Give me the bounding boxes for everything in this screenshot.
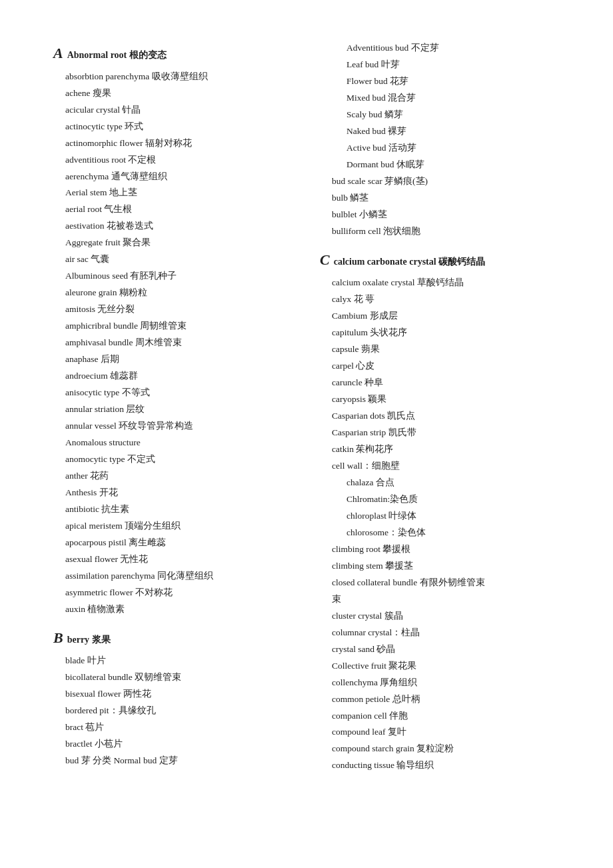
- list-item: common petiole 总叶柄: [320, 691, 560, 708]
- list-item: bisexual flower 两性花: [53, 686, 293, 703]
- list-item: Active bud 活动芽: [320, 140, 560, 157]
- list-item: compound starch grain 复粒淀粉: [320, 741, 560, 757]
- list-item: actinomorphic flower 辐射对称花: [53, 135, 293, 152]
- section-title: berry 浆果: [67, 631, 111, 649]
- list-item: assimilation parenchyma 同化薄壁组织: [53, 568, 293, 585]
- list-item: chlorosome：染色体: [320, 525, 560, 541]
- list-item: absorbtion parenchyma 吸收薄壁组织: [53, 69, 293, 85]
- list-item: cell wall：细胞壁: [320, 458, 560, 475]
- list-item: cluster crystal 簇晶: [320, 608, 560, 625]
- list-item: Flower bud 花芽: [320, 73, 560, 90]
- section-header-C: Ccalcium carbonate crystal 碳酸钙结晶: [320, 247, 560, 274]
- list-item: amphivasal bundle 周木维管束: [53, 335, 293, 351]
- list-item: chloroplast 叶绿体: [320, 508, 560, 525]
- list-item: capitulum 头状花序: [320, 325, 560, 341]
- list-item: air sac 气囊: [53, 251, 293, 268]
- section-header-B: Bberry 浆果: [53, 625, 293, 652]
- list-item: collenchyma 厚角组织: [320, 675, 560, 691]
- list-item: Aggregate fruit 聚合果: [53, 235, 293, 251]
- list-item: androecium 雄蕊群: [53, 368, 293, 385]
- list-item: bud 芽 分类 Normal bud 定芽: [53, 753, 293, 769]
- section-letter: C: [320, 247, 330, 274]
- list-item: Collective fruit 聚花果: [320, 658, 560, 675]
- list-item: crystal sand 砂晶: [320, 641, 560, 658]
- list-item: aleurone grain 糊粉粒: [53, 285, 293, 301]
- list-item: Anomalous structure: [53, 435, 293, 451]
- list-item: aestivation 花被卷迭式: [53, 218, 293, 235]
- section-header-A: AAbnormal root 根的变态: [53, 40, 293, 67]
- list-item: chalaza 合点: [320, 475, 560, 491]
- page-layout: AAbnormal root 根的变态absorbtion parenchyma…: [53, 40, 560, 774]
- list-item: auxin 植物激素: [53, 601, 293, 618]
- section-letter: B: [53, 625, 63, 652]
- list-item: Adventitious bud 不定芽: [320, 40, 560, 57]
- list-item: annular vessel 环纹导管异常构造: [53, 418, 293, 435]
- list-item: Scaly bud 鳞芽: [320, 107, 560, 123]
- list-item: closed collateral bundle 有限外韧维管束: [320, 575, 560, 591]
- list-item: caryopsis 颖果: [320, 391, 560, 408]
- list-item: asexual flower 无性花: [53, 551, 293, 568]
- list-item: catkin 茱栒花序: [320, 441, 560, 458]
- list-item: bud scale scar 芽鳞痕(茎): [320, 173, 560, 190]
- list-item: aerenchyma 通气薄壁组织: [53, 169, 293, 185]
- list-item: climbing stem 攀援茎: [320, 558, 560, 575]
- section-letter: A: [53, 40, 63, 67]
- list-item: Naked bud 裸芽: [320, 123, 560, 140]
- list-item: adventitious root 不定根: [53, 152, 293, 169]
- list-item: carpel 心皮: [320, 358, 560, 375]
- section-title: calcium carbonate crystal 碳酸钙结晶: [334, 253, 485, 271]
- list-item: conducting tissue 输导组织: [320, 757, 560, 774]
- list-item: acicular crystal 针晶: [53, 102, 293, 119]
- list-item: bulb 鳞茎: [320, 190, 560, 207]
- list-item: aerial root 气生根: [53, 201, 293, 218]
- list-item: Albuminous seed 有胚乳种子: [53, 268, 293, 285]
- list-item: bordered pit：具缘纹孔: [53, 703, 293, 719]
- list-item: amitosis 无丝分裂: [53, 301, 293, 318]
- list-item: climbing root 攀援根: [320, 541, 560, 558]
- list-item: Leaf bud 叶芽: [320, 57, 560, 73]
- list-item: apocarpous pistil 离生雌蕊: [53, 535, 293, 551]
- list-item: anisocytic type 不等式: [53, 385, 293, 401]
- list-item-continuation: 束: [320, 591, 560, 608]
- list-item: Anthesis 开花: [53, 485, 293, 501]
- list-item: bulblet 小鳞茎: [320, 207, 560, 223]
- list-item: anomocytic type 不定式: [53, 451, 293, 468]
- list-item: Casparian strip 凯氏带: [320, 425, 560, 441]
- list-item: capsule 蒴果: [320, 341, 560, 358]
- list-item: Aerial stem 地上茎: [53, 185, 293, 201]
- list-item: Dormant bud 休眠芽: [320, 157, 560, 173]
- list-item: bract 苞片: [53, 719, 293, 736]
- list-item: achene 瘦果: [53, 85, 293, 102]
- list-item: apical meristem 顶端分生组织: [53, 518, 293, 535]
- list-item: companion cell 伴胞: [320, 708, 560, 725]
- list-item: bulliform cell 泡状细胞: [320, 223, 560, 240]
- list-item: annular striation 层纹: [53, 401, 293, 418]
- list-item: bicollateral bundle 双韧维管束: [53, 669, 293, 686]
- right-column: Adventitious bud 不定芽Leaf bud 叶芽Flower bu…: [320, 40, 560, 774]
- list-item: columnar crystal：柱晶: [320, 625, 560, 641]
- list-item: caruncle 种阜: [320, 375, 560, 391]
- list-item: actinocytic type 环式: [53, 119, 293, 135]
- left-column: AAbnormal root 根的变态absorbtion parenchyma…: [53, 40, 293, 769]
- list-item: compound leaf 复叶: [320, 724, 560, 741]
- list-item: calcium oxalate crystal 草酸钙结晶: [320, 275, 560, 291]
- list-item: asymmetric flower 不对称花: [53, 585, 293, 601]
- list-item: Chlromatin:染色质: [320, 491, 560, 508]
- list-item: blade 叶片: [53, 653, 293, 669]
- list-item: anther 花药: [53, 468, 293, 485]
- list-item: Cambium 形成层: [320, 308, 560, 325]
- list-item: calyx 花 萼: [320, 291, 560, 308]
- list-item: anaphase 后期: [53, 351, 293, 368]
- section-title: Abnormal root 根的变态: [67, 47, 167, 64]
- list-item: Mixed bud 混合芽: [320, 90, 560, 107]
- list-item: bractlet 小苞片: [53, 736, 293, 753]
- list-item: amphicribral bundle 周韧维管束: [53, 318, 293, 335]
- list-item: Casparian dots 凯氏点: [320, 408, 560, 425]
- list-item: antibiotic 抗生素: [53, 501, 293, 518]
